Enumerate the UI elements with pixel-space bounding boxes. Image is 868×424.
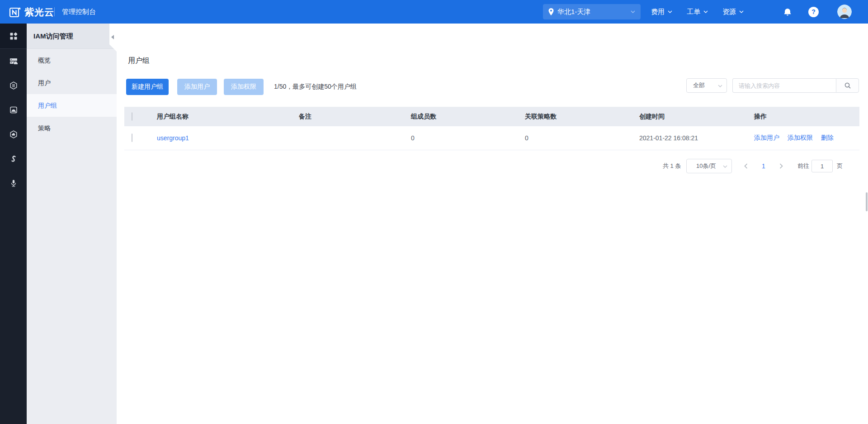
region-selector[interactable]: 华北1-天津 xyxy=(543,4,641,19)
chevron-right-icon xyxy=(779,163,783,169)
chevron-down-icon xyxy=(723,165,727,168)
sidebar-item-users[interactable]: 用户 xyxy=(27,71,117,94)
table-header-row: 用户组名称 备注 组成员数 关联策略数 创建时间 操作 xyxy=(124,107,859,126)
strip-storage-button[interactable] xyxy=(0,98,27,122)
pagination-next-button[interactable] xyxy=(776,159,787,173)
brand-name: 紫光云 xyxy=(24,6,54,19)
help-button[interactable]: ? xyxy=(808,7,819,17)
bell-icon xyxy=(783,8,792,17)
strip-network-button[interactable] xyxy=(0,122,27,147)
row-checkbox[interactable] xyxy=(132,133,132,142)
chevron-down-icon xyxy=(718,85,722,87)
question-mark-icon: ? xyxy=(811,8,816,15)
top-nav: 费用 工单 资源 xyxy=(651,0,744,24)
s-curve-icon xyxy=(9,155,18,163)
pagination-page-1[interactable]: 1 xyxy=(758,159,769,173)
cell-policy-count: 0 xyxy=(525,134,639,142)
strip-voice-button[interactable] xyxy=(0,171,27,195)
service-icon-strip xyxy=(0,24,27,424)
filter-dropdown[interactable]: 全部 xyxy=(686,78,727,93)
nav-fees[interactable]: 费用 xyxy=(651,8,672,16)
chevron-left-icon xyxy=(744,163,748,169)
column-header-group-name: 用户组名称 xyxy=(157,113,299,121)
cell-created-time: 2021-01-22 16:08:21 xyxy=(639,134,754,142)
strip-apps-block[interactable] xyxy=(0,24,27,49)
disk-drive-icon xyxy=(9,106,18,114)
app-window: 紫光云 管理控制台 华北1-天津 费用 工单 资源 xyxy=(0,0,868,424)
nav-resources-label: 资源 xyxy=(722,8,736,16)
row-add-permission-link[interactable]: 添加权限 xyxy=(788,134,813,141)
search-button[interactable] xyxy=(836,78,859,93)
unis-cloud-logo-icon xyxy=(9,6,21,18)
hexagon-cloud-icon xyxy=(9,130,18,138)
header-divider xyxy=(54,7,55,16)
goto-page-input[interactable] xyxy=(811,160,833,172)
add-user-button[interactable]: 添加用户 xyxy=(177,79,217,95)
page-size-dropdown[interactable]: 10条/页 xyxy=(686,159,732,173)
vertical-scrollbar-thumb[interactable] xyxy=(866,192,868,211)
cell-actions: 添加用户 添加权限 删除 xyxy=(754,134,859,142)
microphone-icon xyxy=(9,179,18,187)
filter-dropdown-value: 全部 xyxy=(693,82,705,89)
nav-work-orders-label: 工单 xyxy=(687,8,700,16)
column-header-actions: 操作 xyxy=(754,113,859,121)
column-header-remark: 备注 xyxy=(299,113,411,121)
sidebar-title: IAM访问管理 xyxy=(27,24,117,49)
pagination-bar: 共 1 条 10条/页 1 前往 页 xyxy=(117,159,868,173)
sidebar-item-policies[interactable]: 策略 xyxy=(27,117,117,139)
main-content: 用户组 新建用户组 添加用户 添加权限 1/50，最多可创建50个用户组 全部 … xyxy=(117,24,868,424)
strip-icons xyxy=(0,49,27,195)
chevron-down-icon xyxy=(631,10,635,13)
search-group xyxy=(732,78,859,93)
chevron-down-icon xyxy=(739,10,744,13)
avatar-person-icon xyxy=(837,5,852,19)
column-header-created-time: 创建时间 xyxy=(639,113,754,121)
select-all-checkbox[interactable] xyxy=(132,112,132,121)
page-size-value: 10条/页 xyxy=(696,162,716,169)
strip-container-button[interactable] xyxy=(0,73,27,98)
sidebar-collapse-arrow-icon[interactable] xyxy=(111,35,114,39)
chevron-down-icon xyxy=(703,10,708,13)
iam-sidebar: IAM访问管理 概览 用户 用户组 策略 xyxy=(27,24,117,424)
top-header-bar: 紫光云 管理控制台 华北1-天津 费用 工单 资源 xyxy=(0,0,868,24)
package-box-icon xyxy=(9,81,18,90)
table-row: usergroup1 0 0 2021-01-22 16:08:21 添加用户 … xyxy=(124,126,859,150)
new-user-group-button[interactable]: 新建用户组 xyxy=(126,79,169,95)
strip-service-button[interactable] xyxy=(0,147,27,171)
sidebar-item-user-groups[interactable]: 用户组 xyxy=(27,94,117,117)
column-header-policy-count: 关联策略数 xyxy=(525,113,639,121)
server-cloud-icon xyxy=(9,57,18,65)
user-group-name-link[interactable]: usergroup1 xyxy=(157,134,189,142)
search-input[interactable] xyxy=(732,78,836,93)
pagination-prev-button[interactable] xyxy=(741,159,751,173)
goto-page-label: 前往 xyxy=(797,159,809,173)
sidebar-item-overview[interactable]: 概览 xyxy=(27,49,117,71)
region-label: 华北1-天津 xyxy=(557,8,590,16)
cell-member-count: 0 xyxy=(411,134,525,142)
goto-page-unit: 页 xyxy=(837,159,843,173)
apps-grid-icon xyxy=(9,32,18,40)
row-delete-link[interactable]: 删除 xyxy=(821,134,834,141)
location-pin-icon xyxy=(548,8,554,15)
pagination-total: 共 1 条 xyxy=(663,159,681,173)
console-title: 管理控制台 xyxy=(62,8,96,16)
column-header-member-count: 组成员数 xyxy=(411,113,525,121)
user-avatar[interactable] xyxy=(837,5,852,19)
chevron-down-icon xyxy=(668,10,672,13)
row-add-user-link[interactable]: 添加用户 xyxy=(754,134,779,141)
quota-text: 1/50，最多可创建50个用户组 xyxy=(274,83,357,91)
strip-compute-button[interactable] xyxy=(0,49,27,73)
add-permission-button[interactable]: 添加权限 xyxy=(224,79,264,95)
search-icon xyxy=(844,82,851,89)
nav-work-orders[interactable]: 工单 xyxy=(687,8,708,16)
page-title: 用户组 xyxy=(128,56,150,66)
nav-fees-label: 费用 xyxy=(651,8,665,16)
nav-resources[interactable]: 资源 xyxy=(722,8,744,16)
notifications-button[interactable] xyxy=(782,6,793,18)
